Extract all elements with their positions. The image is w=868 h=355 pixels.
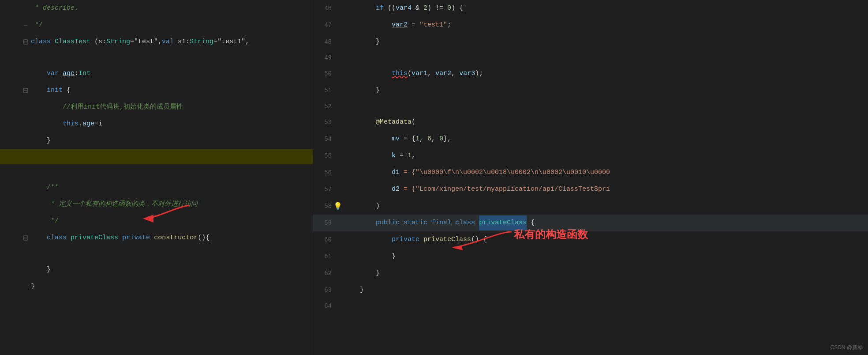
fold-icon[interactable] — [22, 230, 29, 246]
fold-icon[interactable] — [335, 82, 342, 99]
fold-icon[interactable] — [22, 278, 29, 295]
right-line-10: 56 d1 = {"\u0000\f\n\u0002\u0018\u0002\n… — [313, 164, 868, 181]
right-line-17: 63 } — [313, 282, 868, 298]
fold-icon[interactable] — [22, 196, 29, 213]
left-line-14: class privateClass private constructor()… — [0, 230, 313, 246]
right-line-14: 60 private privateClass() { — [313, 231, 868, 248]
line-number: 60 — [313, 231, 335, 248]
left-line-3 — [0, 50, 313, 65]
line-content — [29, 246, 313, 261]
line-content: this(var1, var2, var3); — [342, 65, 868, 82]
left-line-9 — [0, 149, 313, 164]
fold-icon[interactable]: 💡 — [335, 198, 342, 215]
line-content: class privateClass private constructor()… — [29, 230, 313, 246]
fold-icon[interactable] — [335, 34, 342, 50]
right-line-6: 52 — [313, 99, 868, 114]
left-line-2: class ClassTest (s:String="test",val s1:… — [0, 34, 313, 50]
right-line-7: 53 @Metadata( — [313, 114, 868, 131]
fold-icon[interactable] — [22, 34, 29, 50]
bulb-icon[interactable]: 💡 — [333, 202, 342, 211]
line-content: if ((var4 & 2) != 0) { — [342, 0, 868, 17]
fold-icon[interactable] — [335, 265, 342, 282]
line-number — [0, 278, 22, 295]
line-number — [0, 149, 22, 164]
fold-icon[interactable] — [335, 147, 342, 164]
fold-icon[interactable] — [22, 65, 29, 82]
line-number — [0, 132, 22, 149]
line-number — [0, 82, 22, 99]
line-number — [0, 65, 22, 82]
left-line-10 — [0, 164, 313, 179]
line-content: private privateClass() { — [342, 231, 868, 248]
fold-icon[interactable] — [335, 164, 342, 181]
fold-icon[interactable] — [335, 50, 342, 65]
left-line-4: var age:Int — [0, 65, 313, 82]
right-line-9: 55 k = 1, — [313, 147, 868, 164]
fold-icon[interactable] — [335, 215, 342, 231]
csdn-watermark: CSDN @新桦 — [830, 344, 863, 351]
fold-icon[interactable] — [335, 0, 342, 17]
left-line-11: /** — [0, 179, 313, 196]
fold-icon[interactable] — [22, 0, 29, 17]
fold-icon[interactable] — [22, 82, 29, 99]
fold-icon[interactable] — [335, 231, 342, 248]
line-number: 50 — [313, 65, 335, 82]
fold-icon[interactable] — [335, 298, 342, 313]
line-number — [0, 196, 22, 213]
fold-icon[interactable] — [335, 114, 342, 131]
left-line-1: */ — [0, 17, 313, 34]
fold-icon[interactable] — [335, 99, 342, 114]
fold-icon[interactable] — [22, 164, 29, 179]
line-content: ) — [342, 198, 868, 215]
line-content: } — [29, 278, 313, 295]
line-content: } — [29, 261, 313, 278]
line-number: 61 — [313, 248, 335, 265]
fold-icon[interactable] — [22, 116, 29, 132]
fold-icon[interactable] — [22, 213, 29, 230]
line-content: init { — [29, 82, 313, 99]
fold-icon[interactable] — [335, 131, 342, 147]
right-line-16: 62 } — [313, 265, 868, 282]
left-line-7: this.age=i — [0, 116, 313, 132]
fold-icon[interactable] — [22, 246, 29, 261]
line-content: } — [342, 82, 868, 99]
line-content: */ — [29, 213, 313, 230]
line-content: this.age=i — [29, 116, 313, 132]
line-content — [342, 50, 868, 65]
fold-icon[interactable] — [335, 282, 342, 298]
right-code-area: 46 if ((var4 & 2) != 0) {47 var2 = "test… — [313, 0, 868, 355]
fold-icon[interactable] — [335, 248, 342, 265]
fold-icon[interactable] — [335, 17, 342, 34]
fold-icon[interactable] — [22, 17, 29, 34]
fold-icon[interactable] — [22, 179, 29, 196]
fold-icon[interactable] — [22, 132, 29, 149]
fold-icon[interactable] — [335, 181, 342, 198]
fold-icon[interactable] — [22, 149, 29, 164]
line-content: d1 = {"\u0000\f\n\u0002\u0018\u0002\n\u0… — [342, 164, 868, 181]
line-number: 52 — [313, 99, 335, 114]
line-content — [342, 298, 868, 313]
fold-icon[interactable] — [22, 50, 29, 65]
line-content: k = 1, — [342, 147, 868, 164]
left-line-5: init { — [0, 82, 313, 99]
line-number: 64 — [313, 298, 335, 313]
left-line-15 — [0, 246, 313, 261]
fold-icon[interactable] — [22, 99, 29, 116]
line-content: //利用init代码块,初始化类的成员属性 — [29, 99, 313, 116]
line-number: 48 — [313, 34, 335, 50]
left-line-17: } — [0, 278, 313, 295]
line-content: * 定义一个私有的构造函数的类，不对外进行访问 — [29, 196, 313, 213]
left-line-16: } — [0, 261, 313, 278]
fold-icon[interactable] — [22, 261, 29, 278]
left-code-area: * describe. */class ClassTest (s:String=… — [0, 0, 313, 355]
line-number: 56 — [313, 164, 335, 181]
line-content: * describe. — [29, 0, 313, 17]
right-line-8: 54 mv = {1, 6, 0}, — [313, 131, 868, 147]
left-line-12: * 定义一个私有的构造函数的类，不对外进行访问 — [0, 196, 313, 213]
line-number: 46 — [313, 0, 335, 17]
line-number: 62 — [313, 265, 335, 282]
line-number — [0, 0, 22, 17]
right-line-11: 57 d2 = {"Lcom/xingen/test/myapplication… — [313, 181, 868, 198]
fold-icon[interactable] — [335, 65, 342, 82]
line-number: 55 — [313, 147, 335, 164]
